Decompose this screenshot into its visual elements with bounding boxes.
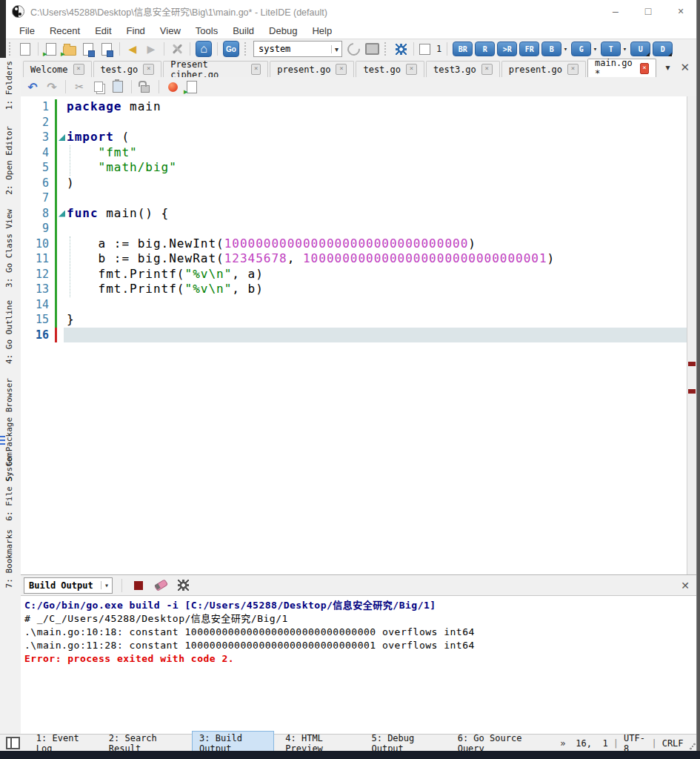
build-action-g[interactable]: G▾ (571, 42, 591, 56)
new-file-button[interactable] (18, 42, 33, 56)
build-action-r[interactable]: >R (497, 42, 517, 56)
redo-button[interactable]: ↷ (44, 79, 59, 94)
record-macro-button[interactable] (165, 79, 180, 94)
open-folder-button[interactable]: ▸ (62, 42, 77, 56)
toggle-view-button[interactable] (364, 42, 379, 56)
menu-item-build[interactable]: Build (225, 25, 261, 36)
build-action-t[interactable]: T▾ (601, 42, 621, 56)
maximize-button[interactable]: □ (632, 0, 664, 22)
tab-close-icon[interactable]: × (567, 64, 579, 75)
cut-button[interactable]: ✂ (72, 79, 87, 94)
tab-main-go-7[interactable]: main.go *× (587, 59, 656, 77)
minimize-button[interactable]: – (599, 0, 632, 22)
output-line[interactable]: .\main.go:11:28: constant 10000000000000… (24, 639, 697, 652)
sidebar-item-go-outline[interactable]: 4: Go Outline (4, 300, 14, 364)
build-action-b[interactable]: B▾ (541, 42, 561, 56)
menu-item-help[interactable]: Help (304, 25, 339, 36)
line-number: 6 (21, 176, 55, 191)
line-number: 8 (21, 206, 55, 222)
build-env-select[interactable]: system ▾ (253, 41, 342, 57)
window-controls: – □ × (599, 0, 697, 22)
code-line: } (67, 312, 555, 328)
navigate-forward-button[interactable]: ▶ (144, 42, 159, 56)
output-close-button[interactable]: ✕ (681, 580, 697, 591)
menu-item-edit[interactable]: Edit (87, 25, 119, 36)
fold-marker-icon[interactable] (59, 134, 65, 141)
sidebar-item-bookmarks[interactable]: 7: Bookmarks (4, 529, 14, 588)
tab-close-icon[interactable]: × (406, 64, 417, 75)
output-line[interactable]: Error: process exited with code 2. (24, 652, 697, 666)
close-button[interactable]: × (664, 0, 697, 22)
menu-item-tools[interactable]: Tools (188, 25, 225, 36)
tab-present-cipher-go-2[interactable]: Present cipher.go× (163, 61, 268, 77)
tab-close-icon[interactable]: × (73, 64, 84, 75)
dropdown-arrow-icon[interactable]: ▾ (623, 45, 627, 53)
resize-grip[interactable] (690, 743, 696, 750)
code-editor[interactable]: 12345678910111213141516 package mainimpo… (21, 96, 687, 574)
overflow-chevron-icon[interactable]: » (550, 738, 576, 749)
build-action-u[interactable]: U (630, 42, 650, 56)
code-text[interactable]: package mainimport ( "fmt" "math/big")fu… (67, 99, 555, 342)
menu-item-file[interactable]: File (12, 25, 42, 36)
toolbar-drag-handle[interactable] (9, 42, 13, 56)
menu-item-debug[interactable]: Debug (261, 25, 304, 36)
panel-layout-icon[interactable] (6, 737, 20, 749)
output-line[interactable]: # _/C_/Users/45288/Desktop/信息安全研究/Big/1 (24, 612, 697, 626)
error-mark[interactable] (688, 362, 696, 366)
menu-item-find[interactable]: Find (119, 25, 153, 36)
tab-test3-go-5[interactable]: test3.go× (426, 61, 500, 77)
export-button[interactable]: ▸ (184, 79, 199, 94)
tab-close-icon[interactable]: × (640, 63, 650, 74)
build-action-br[interactable]: BR (453, 42, 473, 56)
tab-present-go-6[interactable]: present.go× (501, 61, 586, 77)
splitter-handle[interactable] (0, 436, 5, 446)
tab-list-dropdown[interactable]: ▾ (665, 62, 670, 73)
tab-welcome-0[interactable]: Welcome× (23, 61, 92, 77)
code-line: b := big.NewRat(12345678, 10000000000000… (67, 251, 555, 267)
sidebar-item-open-editor[interactable]: 2: Open Editor (4, 126, 14, 195)
golang-docs-button[interactable]: Go (223, 41, 239, 57)
save-all-button[interactable] (99, 42, 114, 56)
output-pane-select[interactable]: Build Output ▾ (24, 577, 113, 594)
home-button[interactable]: ⌂ (196, 41, 212, 57)
error-mark[interactable] (688, 389, 696, 394)
sidebar-item-folders[interactable]: 1: Folders (4, 61, 14, 110)
build-action-d[interactable]: D (653, 42, 673, 56)
tab-present-go-3[interactable]: present.go× (270, 61, 354, 77)
lock-edit-button[interactable] (138, 79, 153, 94)
dropdown-arrow-icon[interactable]: ▾ (564, 45, 567, 53)
options-button[interactable] (170, 42, 184, 56)
reload-env-button[interactable] (346, 42, 361, 56)
tab-close-icon[interactable]: × (251, 64, 261, 75)
build-action-r[interactable]: R (475, 42, 495, 56)
sidebar-item-go-class-view[interactable]: 3: Go Class View (4, 209, 14, 288)
back-icon: ◀ (129, 44, 137, 54)
menu-item-view[interactable]: View (153, 25, 188, 36)
code-segment: , (287, 251, 303, 265)
tab-test-go-4[interactable]: test.go× (356, 61, 424, 77)
paste-button[interactable] (110, 79, 125, 94)
tab-close-icon[interactable]: × (336, 64, 347, 75)
fold-marker-icon[interactable] (59, 211, 65, 217)
open-file-button[interactable]: ▸ (44, 42, 59, 56)
config-button[interactable] (393, 42, 408, 56)
sidebar-item-file-system[interactable]: 6: File System (4, 452, 14, 521)
tab-close-icon[interactable]: × (143, 64, 154, 75)
save-button[interactable] (81, 42, 96, 56)
tab-test-go-1[interactable]: test.go× (93, 61, 162, 77)
build-checkbox[interactable] (419, 44, 430, 55)
copy-button[interactable] (91, 79, 106, 94)
undo-button[interactable]: ↶ (25, 79, 40, 94)
build-action-fr[interactable]: FR (519, 42, 539, 56)
stop-build-button[interactable] (131, 578, 146, 593)
output-config-button[interactable] (176, 578, 190, 593)
menu-item-recent[interactable]: Recent (42, 25, 87, 36)
output-line[interactable]: .\main.go:10:18: constant 10000000000000… (24, 626, 697, 639)
dropdown-arrow-icon[interactable]: ▾ (593, 45, 597, 53)
tab-close-icon[interactable]: × (481, 64, 493, 75)
output-line[interactable]: C:/Go/bin/go.exe build -i [C:/Users/4528… (24, 599, 697, 612)
clear-output-button[interactable] (153, 578, 168, 593)
navigate-back-button[interactable]: ◀ (125, 42, 140, 56)
code-line (67, 297, 555, 313)
tab-close-button[interactable]: ✕ (680, 61, 690, 74)
